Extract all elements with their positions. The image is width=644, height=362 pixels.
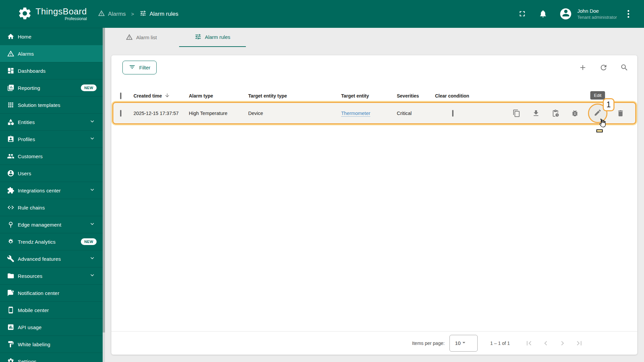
chevron-down-icon	[89, 135, 96, 143]
sidebar-item-settings[interactable]: Settings	[0, 353, 105, 362]
alarm-rules-card: Filter Created time Alarm type Target en…	[111, 55, 637, 355]
sidebar-item-alarms[interactable]: Alarms	[0, 45, 105, 62]
filter-icon	[129, 64, 136, 71]
chevron-down-icon	[89, 255, 96, 263]
warning-icon	[7, 50, 15, 58]
clear-condition-checkbox[interactable]	[452, 110, 453, 117]
sidebar-item-solution-templates[interactable]: Solution templates	[0, 96, 105, 113]
refresh-button[interactable]	[599, 63, 608, 72]
search-button[interactable]	[620, 63, 629, 72]
chevron-down-icon	[89, 118, 96, 126]
sidebar-item-resources[interactable]: Resources	[0, 267, 105, 284]
fullscreen-icon[interactable]	[518, 9, 527, 18]
kebab-menu-icon[interactable]	[626, 9, 631, 19]
sidebar-item-label: Alarms	[18, 51, 34, 57]
trendz-icon	[7, 238, 15, 246]
sidebar-item-white-labeling[interactable]: White labeling	[0, 336, 105, 353]
sidebar-item-users[interactable]: Users	[0, 165, 105, 182]
table-row[interactable]: 2025-12-15 17:37:57 High Temperature Dev…	[112, 102, 636, 124]
sidebar-item-label: Notification center	[18, 290, 59, 296]
page-range: 1 – 1 of 1	[490, 341, 510, 346]
column-target-entity-type[interactable]: Target entity type	[248, 93, 341, 99]
entities-icon	[7, 118, 15, 126]
sidebar-item-home[interactable]: Home	[0, 28, 105, 45]
tab-alarm-list[interactable]: Alarm list	[110, 28, 172, 47]
step-badge: 1	[603, 98, 614, 111]
copy-icon[interactable]	[513, 109, 521, 117]
mobile-center-icon	[7, 306, 15, 314]
pending-actions-icon[interactable]	[551, 109, 559, 117]
sidebar-item-reporting[interactable]: Reporting NEW	[0, 79, 105, 96]
tab-alarm-rules[interactable]: Alarm rules	[179, 28, 246, 47]
edge-management-icon	[7, 221, 15, 229]
sidebar-item-advanced-features[interactable]: Advanced features	[0, 250, 105, 267]
sidebar-item-entities[interactable]: Entities	[0, 113, 105, 130]
sidebar-item-integrations-center[interactable]: Integrations center	[0, 182, 105, 199]
sidebar-item-edge-management[interactable]: Edge management	[0, 216, 105, 233]
sidebar-item-label: Mobile center	[18, 307, 49, 313]
sidebar-item-profiles[interactable]: Profiles	[0, 130, 105, 147]
user-name: John Doe	[577, 8, 617, 14]
user-role: Tenant administrator	[577, 14, 617, 20]
profiles-icon	[7, 135, 15, 143]
row-actions: Edit 1	[485, 104, 635, 122]
warning-icon	[126, 34, 133, 42]
items-per-page-select[interactable]: 10	[449, 335, 478, 352]
app-header: ThingsBoard Professional Alarms > Alarm …	[0, 0, 644, 28]
delete-trash-icon[interactable]	[616, 109, 625, 117]
filter-button[interactable]: Filter	[122, 61, 157, 74]
sidebar-item-label: Resources	[18, 273, 43, 279]
notification-center-icon	[7, 289, 15, 297]
column-alarm-type[interactable]: Alarm type	[189, 93, 248, 99]
chevron-down-icon	[89, 272, 96, 280]
paginator: Items per page: 10 1 – 1 of 1	[111, 331, 637, 355]
breadcrumb-alarm-rules[interactable]: Alarm rules	[140, 10, 178, 18]
logo-subtitle: Professional	[36, 16, 87, 21]
sidebar-item-label: Entities	[18, 119, 35, 125]
sort-desc-icon[interactable]	[164, 93, 170, 99]
sidebar-scrollbar[interactable]	[103, 28, 105, 362]
users-icon	[7, 169, 15, 177]
chevron-down-icon	[89, 186, 96, 194]
select-all-checkbox[interactable]	[120, 93, 121, 99]
row-checkbox[interactable]	[120, 110, 121, 117]
sidebar-item-label: Edge management	[18, 222, 61, 228]
sidebar-scrollbar-thumb[interactable]	[103, 28, 105, 333]
sidebar-item-label: Reporting	[18, 85, 40, 91]
target-entity-link[interactable]: Thermometer	[341, 111, 370, 117]
main-content: Alarm list Alarm rules Filter Created ti…	[105, 28, 644, 362]
add-alarm-rule-button[interactable]	[579, 63, 587, 72]
sidebar-item-trendz-analytics[interactable]: Trendz Analytics NEW	[0, 233, 105, 250]
notifications-bell-icon[interactable]	[539, 9, 547, 18]
alarm-type-cell: High Temperature	[189, 111, 248, 116]
debug-bug-icon[interactable]	[571, 109, 579, 117]
thingsboard-logo[interactable]: ThingsBoard Professional	[0, 6, 90, 22]
white-labeling-icon	[7, 340, 15, 348]
tab-bar: Alarm list Alarm rules	[105, 28, 644, 47]
breadcrumb-alarms[interactable]: Alarms	[98, 10, 126, 18]
table-toolbar: Filter	[111, 55, 637, 74]
warning-icon	[98, 10, 105, 18]
column-target-entity[interactable]: Target entity	[341, 93, 397, 99]
severities-cell: Critical	[397, 111, 435, 116]
download-icon[interactable]	[532, 109, 540, 117]
sidebar-item-notification-center[interactable]: Notification center	[0, 284, 105, 301]
sidebar-item-customers[interactable]: Customers	[0, 147, 105, 165]
resources-icon	[7, 272, 15, 280]
dashboards-icon	[7, 67, 15, 75]
avatar[interactable]	[560, 8, 571, 19]
first-page-icon[interactable]	[525, 339, 533, 348]
sidebar-item-rule-chains[interactable]: Rule chains	[0, 199, 105, 216]
dropdown-arrow-icon	[461, 339, 467, 347]
sidebar-item-api-usage[interactable]: API usage	[0, 318, 105, 336]
last-page-icon[interactable]	[575, 339, 584, 348]
sidebar-item-mobile-center[interactable]: Mobile center	[0, 301, 105, 318]
column-clear-condition[interactable]: Clear condition	[435, 93, 485, 99]
column-created-time[interactable]: Created time	[133, 93, 189, 99]
next-page-icon[interactable]	[558, 339, 567, 348]
prev-page-icon[interactable]	[541, 339, 550, 348]
home-icon	[7, 33, 15, 41]
sidebar-item-dashboards[interactable]: Dashboards	[0, 62, 105, 79]
api-usage-icon	[7, 323, 15, 331]
column-severities[interactable]: Severities	[397, 93, 435, 99]
